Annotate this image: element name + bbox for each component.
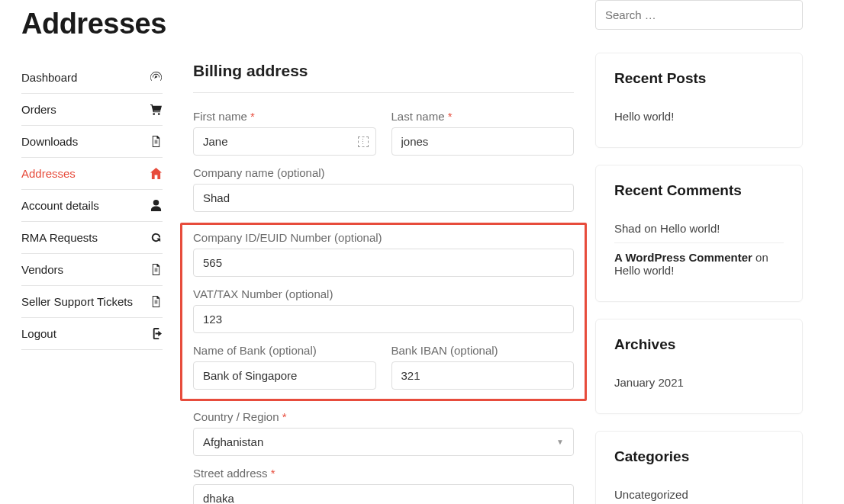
country-select[interactable]: Afghanistan ▼ — [193, 428, 574, 456]
dashboard-icon — [150, 72, 163, 84]
country-label: Country / Region * — [193, 410, 574, 423]
nav-item-seller-support[interactable]: Seller Support Tickets — [21, 286, 163, 318]
nav-label: Account details — [21, 199, 99, 212]
widget-title: Categories — [614, 448, 784, 465]
document-icon — [150, 264, 163, 276]
widget-recent-comments: Recent Comments Shad on Hello world! A W… — [595, 165, 803, 302]
nav-item-account-details[interactable]: Account details — [21, 190, 163, 222]
bank-name-input[interactable] — [193, 361, 376, 390]
user-icon — [150, 200, 163, 212]
nav-label: Downloads — [21, 135, 78, 148]
sidebar: Recent Posts Hello world! Recent Comment… — [595, 0, 824, 504]
nav-item-logout[interactable]: Logout — [21, 318, 163, 350]
street-input[interactable] — [193, 484, 574, 504]
widget-title: Archives — [614, 336, 784, 353]
nav-label: Vendors — [21, 263, 63, 276]
bank-name-label: Name of Bank (optional) — [193, 344, 376, 357]
comment-post-link[interactable]: Hello world! — [660, 222, 720, 235]
nav-item-dashboard[interactable]: Dashboard — [21, 62, 163, 94]
widget-title: Recent Posts — [614, 70, 784, 87]
nav-item-vendors[interactable]: Vendors — [21, 254, 163, 286]
chevron-down-icon: ▼ — [556, 438, 564, 446]
last-name-input[interactable] — [391, 127, 575, 156]
vat-number-label: VAT/TAX Number (optional) — [193, 287, 574, 300]
company-name-input[interactable] — [193, 184, 574, 212]
search-input[interactable] — [595, 0, 803, 30]
first-name-label: First name * — [193, 110, 376, 123]
recent-post-link[interactable]: Hello world! — [614, 102, 784, 130]
last-name-label: Last name * — [391, 110, 575, 123]
document-icon — [150, 136, 163, 148]
company-name-label: Company name (optional) — [193, 166, 574, 179]
nav-item-orders[interactable]: Orders — [21, 94, 163, 126]
company-id-label: Company ID/EUID Number (optional) — [193, 231, 574, 244]
account-nav: Dashboard Orders Downloads Addresses — [21, 62, 163, 504]
autofill-icon: ⋮ — [358, 136, 369, 147]
nav-item-downloads[interactable]: Downloads — [21, 126, 163, 158]
comment-item: Shad on Hello world! — [614, 214, 784, 242]
street-label: Street address * — [193, 467, 574, 480]
company-id-input[interactable] — [193, 249, 574, 277]
comment-author[interactable]: Shad — [614, 222, 641, 235]
refresh-icon — [150, 232, 163, 244]
archive-link[interactable]: January 2021 — [614, 368, 784, 396]
nav-label: Logout — [21, 327, 56, 340]
comment-post-link[interactable]: Hello world! — [614, 264, 674, 277]
widget-title: Recent Comments — [614, 182, 784, 199]
comment-item: A WordPress Commenter on Hello world! — [614, 242, 784, 284]
nav-item-rma-requests[interactable]: RMA Requests — [21, 222, 163, 254]
bank-iban-label: Bank IBAN (optional) — [391, 344, 575, 357]
comment-author[interactable]: A WordPress Commenter — [614, 251, 752, 264]
nav-label: Orders — [21, 103, 56, 116]
vat-number-input[interactable] — [193, 305, 574, 333]
country-value: Afghanistan — [203, 435, 263, 448]
widget-archives: Archives January 2021 — [595, 319, 803, 414]
highlight-box: Company ID/EUID Number (optional) VAT/TA… — [180, 223, 587, 401]
bank-iban-input[interactable] — [391, 361, 575, 390]
document-icon — [150, 296, 163, 308]
widget-categories: Categories Uncategorized — [595, 431, 803, 504]
first-name-input[interactable] — [193, 127, 376, 156]
nav-item-addresses[interactable]: Addresses — [21, 158, 163, 190]
cart-icon — [150, 104, 163, 116]
nav-label: Dashboard — [21, 71, 77, 84]
widget-recent-posts: Recent Posts Hello world! — [595, 53, 803, 148]
logout-icon — [150, 328, 163, 340]
page-title: Addresses — [21, 8, 574, 40]
nav-label: RMA Requests — [21, 231, 98, 244]
category-link[interactable]: Uncategorized — [614, 480, 784, 504]
section-title: Billing address — [193, 62, 574, 93]
home-icon — [150, 168, 163, 180]
nav-label: Addresses — [21, 167, 76, 180]
nav-label: Seller Support Tickets — [21, 295, 133, 308]
